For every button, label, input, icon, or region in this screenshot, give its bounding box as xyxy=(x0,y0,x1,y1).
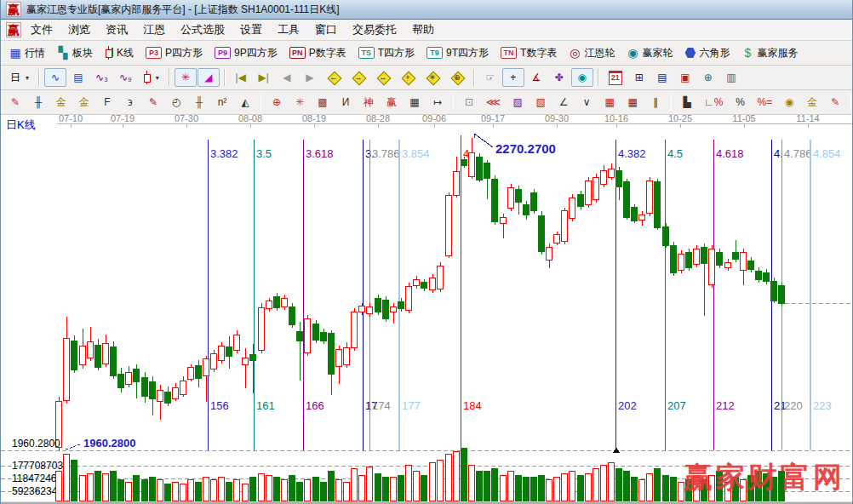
tool-scroll-left[interactable]: ← xyxy=(322,68,346,87)
tool-gold-comb-2[interactable]: 金 xyxy=(73,93,95,112)
menu-5[interactable]: 公式选股 xyxy=(173,20,232,39)
toolbar-button-gann-wheel[interactable]: ◎江恩轮 xyxy=(564,43,620,63)
toolbar-button-winner-service[interactable]: $赢家服务 xyxy=(736,43,803,63)
tool-ink-pen-2[interactable]: ✎ xyxy=(824,93,846,112)
tool-fan-box-red[interactable]: ▧ xyxy=(530,93,552,112)
tool-volume-profile[interactable]: ▙ xyxy=(676,93,698,112)
toolbar-button-hexagon[interactable]: 六角形 xyxy=(679,43,735,63)
tool-next-bar[interactable]: ▶ xyxy=(299,68,321,87)
tool-shen-comb[interactable]: 神 xyxy=(358,93,380,112)
tool-tick-ruler[interactable]: ╫ xyxy=(188,93,210,112)
tool-wave-marks[interactable]: И xyxy=(335,93,357,112)
tool-profile-histogram[interactable]: ◢ xyxy=(198,68,220,87)
tool-ying-comb[interactable]: 赢 xyxy=(381,93,403,112)
tool-gann-tool[interactable]: ✤ xyxy=(548,68,570,87)
tool-zoom-in[interactable]: + xyxy=(396,68,420,87)
tool-last-bar[interactable]: ▶| xyxy=(253,68,275,87)
tool-time-ruler[interactable]: ╫ xyxy=(27,93,49,112)
tool-percent[interactable]: % xyxy=(730,93,752,112)
tool-pan-hand[interactable]: ☞ xyxy=(479,68,501,87)
kline-chart-canvas[interactable]: 07-1007-1907-3008-0808-1908-2809-0609-17… xyxy=(1,115,853,504)
high-price-annotation: 2270.2700 xyxy=(495,141,556,156)
tool-info-note[interactable]: ▤ xyxy=(67,68,89,87)
tool-web-red[interactable]: ✳ xyxy=(289,93,311,112)
tool-first-bar[interactable]: |◀ xyxy=(230,68,252,87)
tool-export-web[interactable]: ⊕ xyxy=(697,68,719,87)
tool-fan-box-purple[interactable]: ▨ xyxy=(507,93,529,112)
tool-grid-123[interactable]: ▦ xyxy=(404,93,426,112)
menu-8[interactable]: 窗口 xyxy=(307,20,345,39)
tool-flag-angle[interactable]: ◭ xyxy=(234,93,256,112)
tool-angle-measure[interactable]: ∡ xyxy=(525,68,547,87)
t9-square-label: 9T四方形 xyxy=(446,46,489,60)
toolbar-button-sectors[interactable]: ▚板块 xyxy=(52,43,98,63)
tool-zigzag-dots[interactable]: ∨ xyxy=(575,93,598,112)
tool-spiral-comb[interactable]: ϶ xyxy=(119,93,141,112)
tool-zoom-fit[interactable]: ⊕ xyxy=(445,68,469,87)
menu-6[interactable]: 设置 xyxy=(232,20,270,39)
tool-period-day-dropdown[interactable]: 日▾ xyxy=(4,68,34,87)
toolbar-button-p-square[interactable]: P3P四方形 xyxy=(140,43,208,63)
tool-print[interactable]: ▥ xyxy=(720,68,742,87)
toolbar-button-kline[interactable]: K线 xyxy=(100,43,139,63)
toolbar-button-t-number-table[interactable]: TNT数字表 xyxy=(495,43,562,63)
toolbar-button-quotes[interactable]: ▦行情 xyxy=(4,43,50,63)
menu-7[interactable]: 工具 xyxy=(270,20,307,39)
tool-fan-red[interactable]: ⋘ xyxy=(481,93,506,112)
tool-calendar[interactable]: 21 xyxy=(604,68,627,88)
date-tick-label: 08-28 xyxy=(366,115,390,123)
tool-candle-style-dropdown[interactable]: ▾ xyxy=(138,68,164,87)
tool-calculator[interactable]: ⊞ xyxy=(628,68,650,87)
toolbar-button-p9-square[interactable]: P99P四方形 xyxy=(209,43,283,63)
svg-text:3.618: 3.618 xyxy=(306,147,334,160)
menu-1[interactable]: 文件 xyxy=(23,20,60,39)
tool-prev-bar[interactable]: ◀ xyxy=(276,68,298,87)
tool-n-squared[interactable]: n² xyxy=(211,93,233,112)
menu-2[interactable]: 浏览 xyxy=(60,20,98,39)
time-clock-icon: ◴ xyxy=(170,95,182,109)
toolbar-button-winner-wheel[interactable]: ◉赢家轮 xyxy=(621,43,678,63)
menu-4[interactable]: 江恩 xyxy=(135,20,173,39)
zoom-fit-icon: ⊕ xyxy=(450,71,464,84)
tool-web-grid[interactable]: ▩ xyxy=(312,93,334,112)
tool-save-disk[interactable]: ▣ xyxy=(674,68,696,87)
tool-wave-3[interactable]: ∿₃ xyxy=(90,68,113,87)
watermark: 赢家财富网 xyxy=(684,458,845,497)
tool-width-measure[interactable]: ↦ xyxy=(426,93,449,112)
tool-grid-red-2[interactable]: ▦ xyxy=(621,93,644,112)
tool-f-comb[interactable]: F xyxy=(96,93,118,112)
quotes-label: 行情 xyxy=(25,46,45,60)
tool-zoom-horizontal[interactable]: ↔ xyxy=(371,68,395,87)
tool-percent-retrace[interactable]: ∟% xyxy=(699,93,728,112)
tool-pattern-search[interactable]: ◉ xyxy=(571,68,593,87)
tool-gold-circle[interactable]: ◉ xyxy=(778,93,800,112)
tool-map-pattern[interactable]: ✳ xyxy=(175,68,197,87)
toolbar-separator xyxy=(473,69,475,86)
tool-zigzag-tool[interactable]: ∿ xyxy=(44,68,66,87)
menu-9[interactable]: 交易委托 xyxy=(345,20,404,39)
tool-time-clock[interactable]: ◴ xyxy=(165,93,187,112)
fan-box-red-icon: ▧ xyxy=(535,95,547,109)
toolbar-button-t9-square[interactable]: T99T四方形 xyxy=(421,43,494,63)
menu-3[interactable]: 资讯 xyxy=(98,20,135,39)
tool-gold-levels[interactable]: 金 xyxy=(801,93,823,112)
tool-ink-pen[interactable]: ✎ xyxy=(4,93,26,112)
tool-knife-pen[interactable]: ✎ xyxy=(142,93,164,112)
toolbar-button-p-number-table[interactable]: PNP数字表 xyxy=(284,43,352,63)
tool-percent-level[interactable]: %= xyxy=(753,93,778,112)
tool-wave-9[interactable]: ∿₉ xyxy=(114,68,137,87)
tool-crosshair[interactable]: + xyxy=(502,68,524,87)
pane-label: 日K线 xyxy=(6,117,36,133)
menu-10[interactable]: 帮助 xyxy=(404,20,442,39)
toolbar-button-t-square[interactable]: TST四方形 xyxy=(353,43,420,63)
tool-scroll-right[interactable]: → xyxy=(346,68,370,87)
tool-box-tool[interactable]: ⊡ xyxy=(458,93,480,112)
tool-angle-lines[interactable]: ∠ xyxy=(552,93,575,112)
tool-zoom-full[interactable]: ✳ xyxy=(421,68,444,87)
chart-area[interactable]: 日K线 赢家财富网 07-1007-1907-3008-0808-1908-28… xyxy=(1,115,853,504)
tool-target-red[interactable]: ⊕ xyxy=(266,93,288,112)
tool-gold-comb-1[interactable]: 金 xyxy=(50,93,72,112)
tool-parallel-lines[interactable]: ∥ xyxy=(644,93,667,112)
tool-notes[interactable]: ▤ xyxy=(651,68,673,87)
tool-grid-red-1[interactable]: ▦ xyxy=(598,93,621,112)
